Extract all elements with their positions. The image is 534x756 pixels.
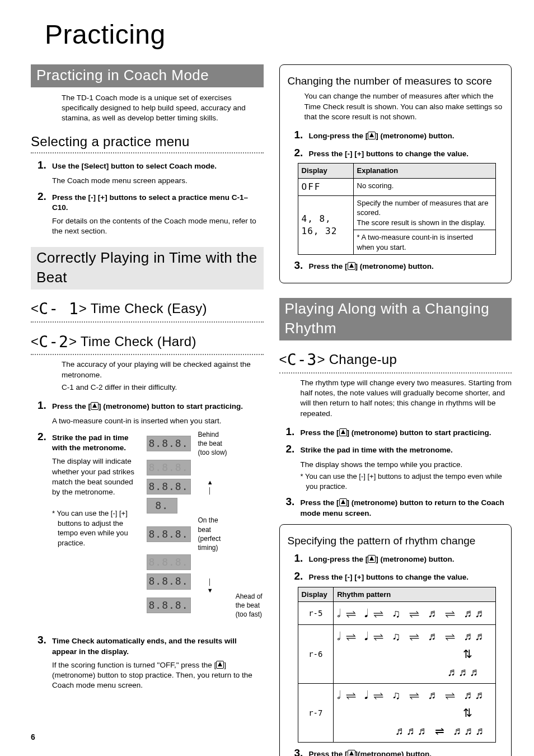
step: 1. Use the [Select] button to select Coa… [38, 158, 264, 172]
step-text: Long-press the [] (metronome) button. [309, 554, 504, 564]
display-code: C- 1 [39, 300, 78, 318]
table-cell: OFF [298, 178, 353, 195]
table-cell: No scoring. [353, 178, 496, 195]
step: 3. Press the [] (metronome) button. [294, 258, 504, 273]
heading-changing-rhythm: Playing Along with a Changing Rhythm [279, 298, 512, 340]
step-note: * You can use the [-] [+] buttons to adj… [306, 472, 512, 491]
box-heading: Changing the number of measures to score [288, 74, 504, 88]
step-text: Press the [] (metronome) button to start… [52, 402, 264, 412]
step-sub: The display shows the tempo while you pr… [301, 460, 512, 470]
step: 1. Press the [] (metronome) button to st… [286, 424, 512, 439]
table-header: Display [298, 164, 353, 179]
step-number: 1. [294, 551, 306, 566]
metronome-icon [368, 132, 376, 139]
step-text: Strike the pad in time with the metronom… [301, 445, 512, 455]
step-number: 2. [294, 146, 306, 160]
step: 3. Press the [] (metronome) button to re… [286, 494, 512, 518]
table-cell: r-7 [298, 684, 334, 743]
heading-selecting-menu: Selecting a practice menu [31, 133, 264, 151]
step-text: Press the [] (metronome) button to start… [301, 428, 512, 438]
step-text: Long-press the [] (metronome) button. [309, 131, 504, 141]
step-text: Press the [](metronome) button. [309, 749, 504, 756]
step-text: Press the [] (metronome) button to retur… [301, 498, 512, 518]
table-cell: r-5 [298, 602, 334, 625]
step-number: 3. [294, 258, 306, 273]
step-note: * You can use the [-] [+] buttons to adj… [58, 508, 158, 548]
step-sub: The Coach mode menu screen appears. [52, 176, 264, 186]
rhythm-pattern-cell: 𝅗𝅥 ⇌ 𝅘𝅥 ⇌ ♫ ⇌ ♬ ⇌ ♬♬ [334, 602, 496, 625]
table-header: Explanation [353, 164, 496, 179]
table-cell: r-6 [298, 625, 334, 684]
step-text: Use the [Select] button to select Coach … [52, 161, 264, 171]
box-changing-measures: Changing the number of measures to score… [279, 64, 512, 283]
body-text: The accuracy of your playing will be che… [62, 360, 264, 380]
body-text: You can change the number of measures af… [305, 91, 504, 122]
step-number: 2. [286, 442, 297, 456]
table-cell: Specify the number of measures that are … [353, 195, 496, 255]
heading-change-up: <C-3> Change-up [279, 349, 512, 371]
step-text: Time Check automatically ends, and the r… [52, 636, 264, 656]
box-pattern-change: Specifying the pattern of rhythm change … [279, 524, 512, 756]
page-number: 6 [31, 732, 35, 743]
step: 2. Press the [-] [+] buttons to change t… [294, 146, 504, 160]
step: 2. Strike the pad in time with the metro… [286, 442, 512, 456]
step-number: 1. [38, 398, 49, 413]
step: 2. Press the [-] [+] buttons to select a… [38, 189, 264, 213]
rhythm-pattern-cell: 𝅗𝅥 ⇌ 𝅘𝅥 ⇌ ♫ ⇌ ♬ ⇌ ♬♬ ⇅ ♬♬♬ ⇌ ♬♬♬ [334, 684, 496, 743]
table-header: Rhythm pattern [334, 587, 496, 602]
step-number: 1. [294, 128, 306, 142]
metronome-icon [368, 555, 376, 563]
step-number: 1. [286, 424, 297, 439]
table-rhythm-pattern: Display Rhythm pattern r-5 𝅗𝅥 ⇌ 𝅘𝅥 ⇌ ♫ ⇌… [298, 587, 496, 743]
left-column: Practicing in Coach Mode The TD-1 Coach … [31, 64, 264, 756]
dotted-rule [31, 321, 264, 323]
timing-display-graphic: 8.8.8. Behind the beat (too slow) 8.8.8.… [146, 430, 264, 619]
step-text: Press the [-] [+] buttons to change the … [309, 572, 504, 582]
step: 1. Long-press the [] (metronome) button. [294, 128, 504, 142]
intro-text: The TD-1 Coach mode is a unique set of e… [62, 93, 264, 124]
heading-time-check-easy: <C- 1> Time Check (Easy) [31, 298, 264, 320]
metronome-icon [348, 262, 355, 270]
step-number: 3. [38, 633, 49, 647]
step-sub: A two-measure count-in is inserted when … [52, 416, 264, 426]
heading-coach-mode: Practicing in Coach Mode [31, 64, 264, 87]
table-cell: 4, 8, 16, 32 [298, 195, 353, 255]
step-number: 1. [38, 158, 49, 172]
step-text: Press the [-] [+] buttons to change the … [309, 149, 504, 159]
display-code: C-3 [287, 351, 317, 369]
step-text: Strike the pad in time with the metronom… [52, 433, 140, 453]
metronome-icon [216, 661, 224, 669]
right-column: Changing the number of measures to score… [279, 64, 512, 756]
step-number: 2. [38, 430, 49, 444]
step-number: 3. [294, 746, 306, 756]
step: 2. Strike the pad in time with the metro… [38, 430, 140, 453]
heading-time-check-hard: <C-2> Time Check (Hard) [31, 332, 264, 353]
dotted-rule [279, 372, 512, 374]
page-title: Practicing [45, 17, 512, 53]
step-text: Press the [] (metronome) button. [309, 262, 504, 272]
step-number: 2. [294, 569, 306, 584]
content-columns: Practicing in Coach Mode The TD-1 Coach … [31, 64, 512, 756]
step-number: 3. [286, 494, 297, 509]
box-heading: Specifying the pattern of rhythm change [288, 534, 504, 548]
dotted-rule [31, 354, 264, 355]
step: 1. Press the [] (metronome) button to st… [38, 398, 264, 413]
step-sub: If the scoring function is turned "OFF,"… [52, 660, 264, 691]
metronome-icon [339, 428, 347, 436]
metronome-icon [91, 402, 99, 410]
step: 3. Time Check automatically ends, and th… [38, 633, 264, 656]
display-code: C-2 [39, 333, 69, 351]
table-header: Display [298, 587, 334, 602]
step-text: Press the [-] [+] buttons to select a pr… [52, 193, 264, 213]
step-sub: For details on the contents of the Coach… [52, 216, 264, 236]
step: 3. Press the [](metronome) button. [294, 746, 504, 756]
rhythm-pattern-cell: 𝅗𝅥 ⇌ 𝅘𝅥 ⇌ ♫ ⇌ ♬ ⇌ ♬♬ ⇅ ♬♬♬ [334, 625, 496, 684]
metronome-icon [348, 750, 355, 756]
metronome-icon [339, 498, 347, 506]
dotted-rule [31, 152, 264, 153]
body-text: C-1 and C-2 differ in their difficulty. [62, 382, 264, 393]
table-measures: Display Explanation OFF No scoring. 4, 8… [298, 163, 496, 255]
step-sub: The display will indicate whether your p… [52, 456, 142, 497]
band-correctly-playing: Correctly Playing in Time with the Beat [31, 247, 264, 290]
step: 1. Long-press the [] (metronome) button. [294, 551, 504, 566]
